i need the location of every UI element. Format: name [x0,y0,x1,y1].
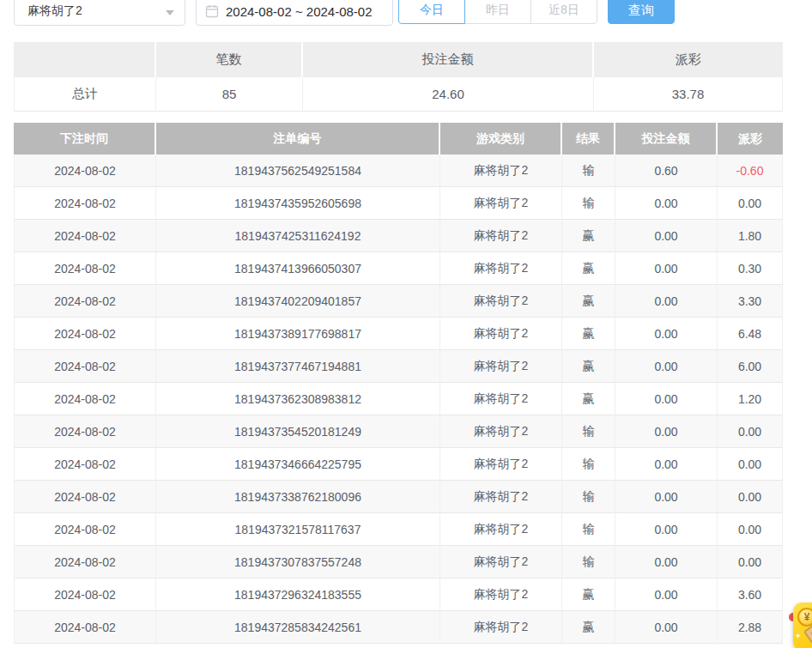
game-category-cell: 麻将胡了2 [440,220,562,252]
order-id-cell: 1819437562549251584 [156,154,440,187]
summary-total-payout: 33.78 [594,77,783,112]
table-row: 2024-08-02 1819437296324183555 麻将胡了2 赢 0… [14,578,783,611]
bet-amount-cell: 0.60 [615,154,718,187]
table-row: 2024-08-02 1819437307837557248 麻将胡了2 输 0… [14,546,783,578]
game-category-cell: 麻将胡了2 [440,285,562,318]
result-cell: 赢 [562,611,615,644]
summary-total-bet-amount: 24.60 [303,77,594,112]
payout-cell: 1.80 [718,220,783,252]
payout-cell: 3.60 [718,578,783,611]
game-category-cell: 麻将胡了2 [440,154,562,187]
col-game-category: 游戏类别 [440,123,562,154]
table-row: 2024-08-02 1819437362308983812 麻将胡了2 赢 0… [14,383,783,415]
bet-time-cell: 2024-08-02 [14,252,156,285]
game-category-cell: 麻将胡了2 [440,318,562,350]
result-cell: 输 [562,187,615,220]
order-id-cell: 1819437307837557248 [156,546,440,578]
bet-amount-cell: 0.00 [615,578,718,611]
table-row: 2024-08-02 1819437321578117637 麻将胡了2 输 0… [14,513,783,546]
result-cell: 赢 [562,285,615,318]
bet-amount-cell: 0.00 [615,611,718,644]
game-category-cell: 麻将胡了2 [440,481,562,513]
today-button[interactable]: 今日 [398,0,465,24]
game-category-cell: 麻将胡了2 [440,350,562,383]
records-table: 下注时间 注单编号 游戏类别 结果 投注金额 派彩 2024-08-02 181… [14,123,783,644]
payout-cell: 0.00 [718,513,783,546]
summary-col-count: 笔数 [156,42,303,77]
game-category-cell: 麻将胡了2 [440,578,562,611]
payout-cell: 6.00 [718,350,783,383]
bet-time-cell: 2024-08-02 [14,448,156,481]
summary-total-label: 总计 [14,77,156,112]
filter-toolbar: 麻将胡了2 2024-08-02 ~ 2024-08-02 今日 昨日 近8日 … [14,0,812,26]
table-row: 2024-08-02 1819437377467194881 麻将胡了2 赢 0… [14,350,783,383]
summary-table: 笔数 投注金额 派彩 总计 85 24.60 33.78 [14,42,783,112]
payout-cell: 2.88 [718,611,783,644]
bet-amount-cell: 0.00 [615,481,718,513]
date-range-input[interactable]: 2024-08-02 ~ 2024-08-02 [196,0,393,26]
rewards-button[interactable]: ¥ ✦ [793,603,812,648]
calendar-icon [205,4,219,18]
bet-amount-cell: 0.00 [615,415,718,448]
yesterday-button[interactable]: 昨日 [464,0,531,24]
bet-time-cell: 2024-08-02 [14,318,156,350]
sparkle-icon: ✦ [795,632,802,640]
summary-col-payout: 派彩 [594,42,783,77]
game-category-cell: 麻将胡了2 [440,383,562,415]
betting-records-page: 麻将胡了2 2024-08-02 ~ 2024-08-02 今日 昨日 近8日 … [0,0,812,648]
order-id-cell: 1819437362308983812 [156,383,440,415]
payout-cell: 3.30 [718,285,783,318]
order-id-cell: 1819437389177698817 [156,318,440,350]
game-select[interactable]: 麻将胡了2 [14,0,185,26]
game-select-value: 麻将胡了2 [27,3,82,19]
summary-header-row: 笔数 投注金额 派彩 [14,42,783,77]
bet-amount-cell: 0.00 [615,220,718,252]
payout-cell: 0.00 [718,448,783,481]
table-row: 2024-08-02 1819437389177698817 麻将胡了2 赢 0… [14,318,783,350]
floating-promo-widget[interactable]: ¥ ✦ [791,603,812,648]
summary-col-blank [14,42,156,77]
bet-time-cell: 2024-08-02 [14,187,156,220]
result-cell: 赢 [562,350,615,383]
game-category-cell: 麻将胡了2 [440,252,562,285]
bet-amount-cell: 0.00 [615,383,718,415]
order-id-cell: 1819437413966050307 [156,252,440,285]
order-id-cell: 1819437435952605698 [156,187,440,220]
result-cell: 赢 [562,578,615,611]
bet-time-cell: 2024-08-02 [14,546,156,578]
order-id-cell: 1819437354520181249 [156,415,440,448]
table-row: 2024-08-02 1819437354520181249 麻将胡了2 输 0… [14,415,783,448]
bet-time-cell: 2024-08-02 [14,154,156,187]
order-id-cell: 1819437377467194881 [156,350,440,383]
bet-amount-cell: 0.00 [615,318,718,350]
game-category-cell: 麻将胡了2 [440,513,562,546]
table-row: 2024-08-02 1819437425311624192 麻将胡了2 赢 0… [14,220,783,252]
bet-time-cell: 2024-08-02 [14,481,156,513]
result-cell: 赢 [562,318,615,350]
bet-amount-cell: 0.00 [615,448,718,481]
date-range-value: 2024-08-02 ~ 2024-08-02 [226,4,373,19]
game-category-cell: 麻将胡了2 [440,611,562,644]
coin-icon: ¥ [797,608,812,627]
table-row: 2024-08-02 1819437285834242561 麻将胡了2 赢 0… [14,611,783,644]
payout-cell: 0.30 [718,252,783,285]
order-id-cell: 1819437402209401857 [156,285,440,318]
payout-cell: 0.00 [718,546,783,578]
payout-cell: 0.00 [718,481,783,513]
bet-time-cell: 2024-08-02 [14,415,156,448]
game-category-cell: 麻将胡了2 [440,448,562,481]
records-header-row: 下注时间 注单编号 游戏类别 结果 投注金额 派彩 [14,123,783,154]
bet-time-cell: 2024-08-02 [14,285,156,318]
game-category-cell: 麻将胡了2 [440,546,562,578]
summary-total-row: 总计 85 24.60 33.78 [14,77,783,112]
order-id-cell: 1819437321578117637 [156,513,440,546]
bet-time-cell: 2024-08-02 [14,611,156,644]
col-order-id: 注单编号 [156,123,440,154]
query-button[interactable]: 查询 [608,0,675,24]
payout-cell: 0.00 [718,415,783,448]
result-cell: 赢 [562,383,615,415]
last-8-days-button[interactable]: 近8日 [530,0,597,24]
bet-amount-cell: 0.00 [615,513,718,546]
result-cell: 输 [562,448,615,481]
bet-amount-cell: 0.00 [615,546,718,578]
